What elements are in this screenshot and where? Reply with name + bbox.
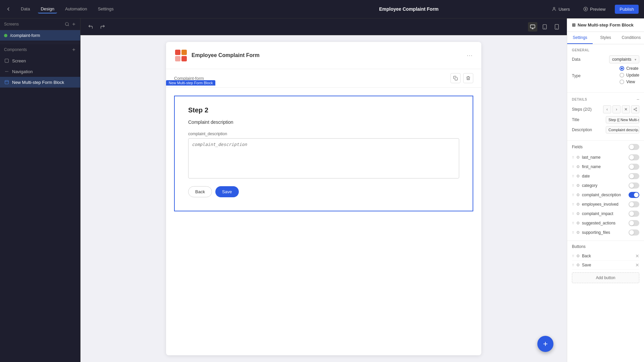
data-select[interactable]: complaints ▾: [609, 55, 639, 63]
back-button[interactable]: [5, 6, 11, 12]
svg-marker-2: [585, 8, 587, 10]
users-button[interactable]: Users: [548, 5, 574, 14]
drag-handle-icon[interactable]: ⠿: [572, 254, 574, 258]
search-icon[interactable]: [65, 22, 69, 27]
nav-design[interactable]: Design: [38, 5, 57, 13]
gear-icon[interactable]: ⚙: [576, 183, 580, 188]
gear-icon[interactable]: ⚙: [576, 202, 580, 207]
sidebar-divider-1: [0, 42, 80, 42]
add-component-icon[interactable]: [71, 47, 76, 52]
dots-menu[interactable]: ⋯: [467, 52, 473, 59]
gear-icon[interactable]: ⚙: [576, 263, 580, 267]
preview-button[interactable]: Preview: [579, 5, 609, 14]
drag-handle-icon[interactable]: ⠿: [572, 184, 574, 188]
drag-handle-icon[interactable]: ⠿: [572, 174, 574, 178]
general-section: GENERAL Data complaints ▾ Type Create: [567, 44, 644, 93]
drag-handle-icon[interactable]: ⠿: [572, 156, 574, 159]
radio-update[interactable]: Update: [620, 73, 639, 77]
field-toggle-4[interactable]: [629, 192, 639, 198]
panel-header-title: New Multi-step Form Block: [578, 22, 634, 28]
field-toggle-2[interactable]: [629, 173, 639, 179]
field-toggle-6[interactable]: [629, 211, 639, 217]
description-field-value[interactable]: Complaint descrip... ⚡: [606, 126, 639, 134]
save-form-button[interactable]: Save: [215, 186, 239, 197]
sidebar-item-complaint-form[interactable]: /complaint-form: [0, 30, 80, 41]
drag-handle-icon[interactable]: ⠿: [572, 231, 574, 235]
navigation-icon: [4, 69, 9, 74]
components-title: Components: [4, 47, 27, 52]
description-field-row: Description Complaint descrip... ⚡: [572, 126, 639, 134]
field-toggle-3[interactable]: [629, 183, 639, 189]
field-toggle-7[interactable]: [629, 220, 639, 226]
nav-data[interactable]: Data: [18, 5, 33, 13]
radio-create-label: Create: [626, 66, 638, 71]
drag-handle-icon[interactable]: ⠿: [572, 221, 574, 225]
desktop-view-button[interactable]: [528, 22, 537, 32]
undo-button[interactable]: [86, 22, 95, 32]
tab-conditions[interactable]: Conditions: [619, 32, 644, 44]
redo-button[interactable]: [98, 22, 107, 32]
tab-settings[interactable]: Settings: [567, 32, 593, 44]
fields-master-toggle[interactable]: [629, 144, 639, 150]
step-share-button[interactable]: [631, 105, 639, 113]
gear-icon[interactable]: ⚙: [576, 221, 580, 225]
complaint-description-field[interactable]: [188, 138, 459, 178]
gear-icon[interactable]: ⚙: [576, 174, 580, 178]
add-screen-icon[interactable]: [71, 22, 76, 27]
gear-icon[interactable]: ⚙: [576, 193, 580, 197]
mobile-view-button[interactable]: [552, 22, 561, 32]
buttons-section: Buttons ⠿ ⚙ Back ✕ ⠿ ⚙ Save ✕ Add button: [567, 241, 644, 287]
form-block-wrapper[interactable]: Step 2 Complaint description complaint_d…: [174, 96, 473, 211]
drag-handle-icon[interactable]: ⠿: [572, 165, 574, 169]
sidebar-item-multistep[interactable]: New Multi-step Form Block: [0, 77, 80, 88]
form-buttons: Back Save: [188, 186, 459, 197]
step-next-button[interactable]: ›: [612, 105, 621, 113]
gear-icon[interactable]: ⚙: [576, 254, 580, 258]
svg-point-23: [636, 108, 637, 109]
chevron-down-icon: ▾: [635, 58, 636, 61]
general-section-title: GENERAL: [572, 48, 639, 52]
step-prev-button[interactable]: ‹: [603, 105, 611, 113]
title-field-value[interactable]: Step {{ New Multi-s... ⚡: [606, 116, 639, 123]
radio-create[interactable]: Create: [620, 66, 639, 71]
nav-settings[interactable]: Settings: [95, 5, 116, 13]
gear-icon[interactable]: ⚙: [576, 211, 580, 216]
field-toggle-0[interactable]: [629, 154, 639, 160]
field-toggle-8[interactable]: [629, 229, 639, 236]
topbar-nav: Data Design Automation Settings: [18, 5, 116, 13]
field-toggle-1[interactable]: [629, 164, 639, 170]
tablet-view-button[interactable]: [540, 22, 549, 32]
drag-handle-icon[interactable]: ⠿: [572, 263, 574, 267]
remove-button-icon[interactable]: ✕: [635, 262, 639, 268]
nav-automation[interactable]: Automation: [62, 5, 90, 13]
sidebar-item-navigation[interactable]: Navigation: [0, 66, 80, 77]
gear-icon[interactable]: ⚙: [576, 164, 580, 169]
field-item-left: ⠿ ⚙ employees_involved: [572, 202, 619, 207]
add-button-button[interactable]: Add button: [572, 272, 639, 283]
form-header-title: Employee Complaint Form: [192, 52, 260, 58]
remove-button-icon[interactable]: ✕: [635, 253, 639, 259]
tab-styles[interactable]: Styles: [593, 32, 618, 44]
canvas-area: Employee Complaint Form ⋯ Complaint-form: [80, 18, 567, 362]
sidebar-item-screen[interactable]: Screen: [0, 55, 80, 66]
publish-button[interactable]: Publish: [615, 5, 639, 14]
radio-view[interactable]: View: [620, 80, 639, 84]
collapse-button[interactable]: −: [637, 97, 639, 102]
delete-button[interactable]: [463, 73, 473, 83]
toggle-thumb: [629, 211, 634, 216]
form-card: Employee Complaint Form ⋯ Complaint-form: [166, 42, 481, 355]
field-toggle-5[interactable]: [629, 201, 639, 207]
duplicate-button[interactable]: [450, 73, 461, 83]
drag-handle-icon[interactable]: ⠿: [572, 193, 574, 197]
svg-rect-22: [455, 77, 458, 80]
fab-button[interactable]: +: [537, 336, 553, 352]
right-panel: ⊞ New Multi-step Form Block Settings Sty…: [567, 18, 644, 362]
right-panel-tabs: Settings Styles Conditions: [567, 32, 644, 44]
back-form-button[interactable]: Back: [188, 186, 212, 197]
right-panel-title-row: ⊞ New Multi-step Form Block: [572, 22, 639, 28]
gear-icon[interactable]: ⚙: [576, 230, 580, 235]
gear-icon[interactable]: ⚙: [576, 155, 580, 160]
drag-handle-icon[interactable]: ⠿: [572, 203, 574, 206]
step-close-button[interactable]: ✕: [622, 105, 630, 113]
drag-handle-icon[interactable]: ⠿: [572, 212, 574, 216]
